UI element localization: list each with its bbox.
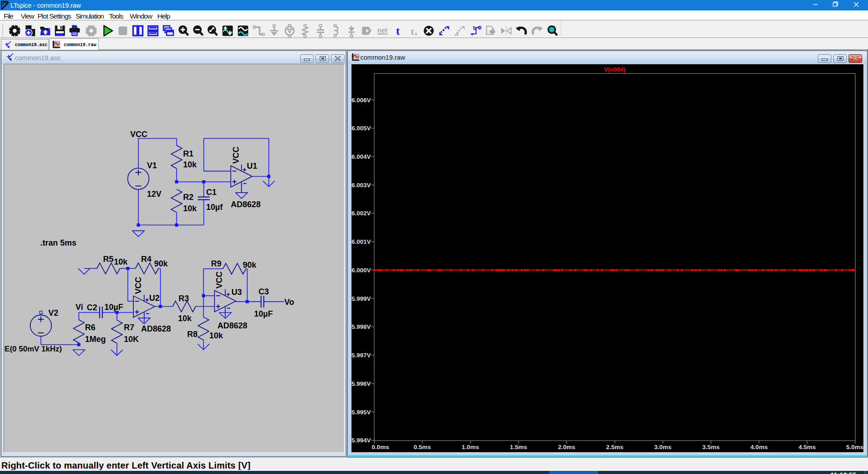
svg-text:R7: R7: [124, 323, 134, 332]
svg-text:4.0ms: 4.0ms: [750, 444, 768, 450]
svg-text:U2: U2: [149, 294, 160, 303]
svg-text:0.5ms: 0.5ms: [414, 444, 431, 450]
svg-text:10k: 10k: [183, 204, 197, 213]
svg-text:R6: R6: [85, 323, 95, 332]
svg-text:10k: 10k: [114, 257, 128, 266]
svg-text:5.996V: 5.996V: [352, 380, 371, 387]
svg-text:1Meg: 1Meg: [85, 335, 106, 344]
svg-text:90k: 90k: [243, 261, 257, 270]
svg-text:R2: R2: [183, 193, 193, 202]
svg-text:VCC: VCC: [215, 271, 224, 289]
svg-text:5.995V: 5.995V: [352, 409, 371, 416]
svg-text:AD8628: AD8628: [141, 324, 171, 333]
svg-text:5.999V: 5.999V: [352, 295, 371, 302]
svg-text:10K: 10K: [124, 335, 139, 344]
svg-text:U1: U1: [247, 161, 257, 171]
svg-text:2.5ms: 2.5ms: [606, 444, 623, 450]
svg-text:U3: U3: [231, 288, 242, 297]
svg-text:10k: 10k: [209, 331, 223, 340]
svg-text:VCC: VCC: [231, 147, 241, 164]
svg-text:6.005V: 6.005V: [352, 125, 371, 132]
svg-text:10k: 10k: [183, 160, 197, 169]
svg-text:R8: R8: [187, 330, 198, 339]
svg-text:3.0ms: 3.0ms: [654, 444, 671, 450]
svg-text:AD8628: AD8628: [231, 200, 261, 209]
svg-text:6.000V: 6.000V: [352, 267, 371, 274]
svg-text:5.0ms: 5.0ms: [846, 444, 863, 450]
svg-text:6.001V: 6.001V: [352, 238, 371, 245]
svg-text:SINE(0 50mV 1kHz): SINE(0 50mV 1kHz): [4, 345, 62, 353]
svg-text:R4: R4: [141, 255, 151, 264]
svg-text:C3: C3: [259, 287, 269, 296]
svg-text:C1: C1: [206, 188, 217, 197]
svg-text:.tran 5ms: .tran 5ms: [40, 238, 76, 247]
svg-text:5.998V: 5.998V: [352, 323, 371, 330]
svg-text:Vo: Vo: [284, 298, 294, 307]
svg-text:12V: 12V: [147, 190, 161, 199]
svg-text:2.0ms: 2.0ms: [558, 444, 575, 450]
svg-text:5.994V: 5.994V: [352, 437, 371, 444]
svg-text:6.002V: 6.002V: [352, 210, 371, 217]
svg-text:6.006V: 6.006V: [352, 97, 371, 104]
svg-text:10µf: 10µf: [206, 203, 223, 212]
svg-text:4.5ms: 4.5ms: [798, 444, 816, 450]
svg-text:C2: C2: [87, 303, 97, 312]
svg-text:5.997V: 5.997V: [352, 352, 371, 359]
svg-text:10µF: 10µF: [254, 309, 273, 318]
svg-text:90k: 90k: [154, 259, 168, 268]
svg-text:10k: 10k: [178, 314, 192, 323]
svg-text:1.0ms: 1.0ms: [462, 444, 479, 450]
svg-text:R5: R5: [103, 255, 113, 264]
svg-text:1.5ms: 1.5ms: [510, 444, 527, 450]
svg-text:V1: V1: [147, 161, 157, 170]
svg-text:R1: R1: [183, 149, 193, 158]
svg-text:Vi: Vi: [75, 303, 83, 312]
svg-text:V2: V2: [48, 308, 58, 318]
svg-text:6.003V: 6.003V: [352, 182, 371, 189]
svg-text:10µF: 10µF: [104, 303, 123, 312]
svg-text:V(n004): V(n004): [604, 66, 626, 73]
svg-text:t: t: [396, 24, 400, 38]
svg-text:0.0ms: 0.0ms: [372, 444, 389, 450]
svg-text:3.5ms: 3.5ms: [702, 444, 719, 450]
svg-text:6.004V: 6.004V: [352, 153, 371, 160]
svg-text:VCC: VCC: [130, 130, 147, 139]
svg-text:t: t: [411, 26, 415, 37]
svg-text:net: net: [377, 26, 388, 34]
svg-text:VCC: VCC: [134, 277, 143, 294]
svg-text:R3: R3: [179, 294, 189, 303]
svg-text:AD8628: AD8628: [217, 321, 247, 330]
svg-text:R9: R9: [211, 259, 222, 268]
